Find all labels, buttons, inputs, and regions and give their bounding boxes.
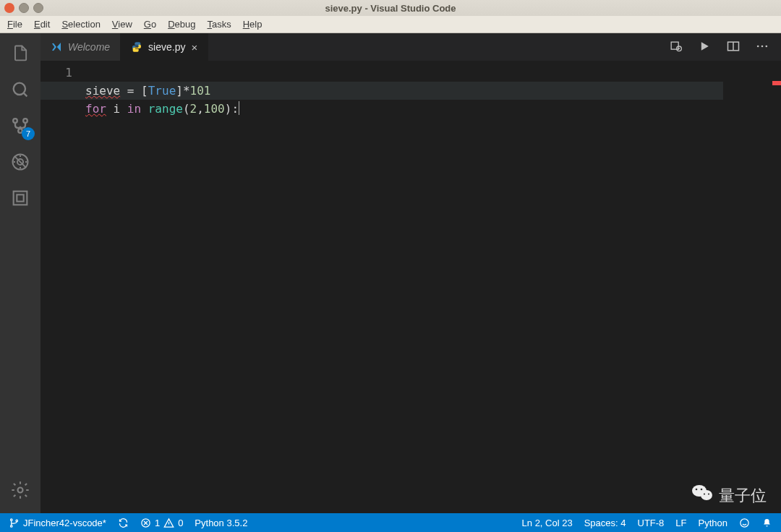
window-title: sieve.py - Visual Studio Code — [0, 3, 781, 14]
editor[interactable]: 1 2 sieve = [True]*101 for i in range(2,… — [40, 61, 781, 513]
sync-icon — [118, 518, 129, 528]
status-python[interactable]: Python 3.5.2 — [189, 513, 253, 532]
svg-point-0 — [14, 83, 25, 95]
error-marker[interactable] — [772, 81, 781, 85]
code-content[interactable]: sieve = [True]*101 for i in range(2,100)… — [85, 61, 781, 513]
svg-point-13 — [761, 45, 764, 47]
menubar: File Edit Selection View Go Debug Tasks … — [0, 16, 781, 33]
wechat-icon — [691, 484, 713, 507]
svg-point-19 — [741, 518, 748, 526]
scm-badge: 7 — [22, 127, 35, 140]
tab-bar: Welcome sieve.py × — [40, 33, 781, 61]
status-feedback[interactable] — [733, 513, 756, 532]
titlebar: sieve.py - Visual Studio Code — [0, 0, 781, 16]
open-changes-icon[interactable] — [668, 39, 683, 56]
svg-point-23 — [701, 489, 703, 491]
status-encoding[interactable]: UTF-8 — [632, 513, 670, 532]
window-minimize-icon[interactable] — [19, 3, 29, 13]
git-branch-icon — [9, 518, 20, 528]
error-icon — [140, 518, 151, 528]
svg-point-25 — [708, 493, 709, 494]
svg-rect-7 — [17, 194, 23, 201]
watermark: 量子位 — [691, 484, 767, 507]
source-control-icon[interactable]: 7 — [9, 114, 32, 137]
activity-bar: 7 — [0, 33, 40, 513]
split-editor-icon[interactable] — [726, 39, 741, 56]
svg-rect-9 — [671, 42, 678, 49]
debug-icon[interactable] — [9, 150, 32, 173]
svg-point-16 — [11, 525, 13, 527]
line-gutter: 1 2 — [40, 61, 85, 513]
window-close-icon[interactable] — [4, 3, 14, 13]
menu-go[interactable]: Go — [140, 17, 161, 31]
status-notifications[interactable] — [756, 513, 778, 532]
svg-point-12 — [757, 45, 759, 47]
settings-gear-icon[interactable] — [9, 479, 32, 502]
close-icon[interactable]: × — [191, 41, 197, 53]
search-icon[interactable] — [9, 78, 32, 101]
warning-icon — [163, 518, 174, 528]
status-language[interactable]: Python — [693, 513, 733, 532]
menu-file[interactable]: File — [3, 17, 27, 31]
status-branch[interactable]: JFincher42-vscode* — [3, 513, 112, 532]
bell-icon — [761, 518, 772, 528]
vscode-logo-icon — [51, 41, 62, 53]
menu-help[interactable]: Help — [239, 17, 267, 31]
status-sync[interactable] — [112, 513, 135, 532]
window-maximize-icon[interactable] — [33, 3, 43, 13]
status-eol[interactable]: LF — [670, 513, 692, 532]
status-bar: JFincher42-vscode* 1 0 Python 3.5.2 Ln 2… — [0, 513, 781, 532]
tab-welcome[interactable]: Welcome — [40, 33, 121, 61]
menu-selection[interactable]: Selection — [57, 17, 104, 31]
tab-label: Welcome — [68, 41, 110, 53]
more-icon[interactable] — [755, 39, 769, 56]
explorer-icon[interactable] — [9, 42, 32, 65]
tab-sieve[interactable]: sieve.py × — [121, 33, 208, 61]
svg-point-1 — [13, 119, 17, 123]
svg-point-21 — [701, 490, 712, 500]
menu-tasks[interactable]: Tasks — [202, 17, 235, 31]
svg-point-14 — [766, 45, 768, 47]
smiley-icon — [739, 518, 750, 528]
svg-point-24 — [704, 493, 705, 494]
status-indentation[interactable]: Spaces: 4 — [579, 513, 632, 532]
svg-point-22 — [696, 489, 698, 491]
svg-point-8 — [18, 488, 23, 493]
menu-debug[interactable]: Debug — [163, 17, 200, 31]
extensions-icon[interactable] — [9, 186, 32, 210]
svg-rect-6 — [14, 192, 27, 205]
run-icon[interactable] — [697, 39, 712, 56]
python-file-icon — [131, 41, 142, 53]
svg-point-2 — [23, 119, 27, 123]
svg-point-17 — [16, 520, 18, 522]
status-cursor-position[interactable]: Ln 2, Col 23 — [516, 513, 579, 532]
svg-point-15 — [11, 518, 13, 520]
status-problems[interactable]: 1 0 — [135, 513, 189, 532]
overview-ruler[interactable] — [772, 61, 781, 513]
menu-view[interactable]: View — [108, 17, 137, 31]
tab-label: sieve.py — [148, 41, 185, 53]
text-cursor — [239, 101, 239, 115]
menu-edit[interactable]: Edit — [30, 17, 54, 31]
